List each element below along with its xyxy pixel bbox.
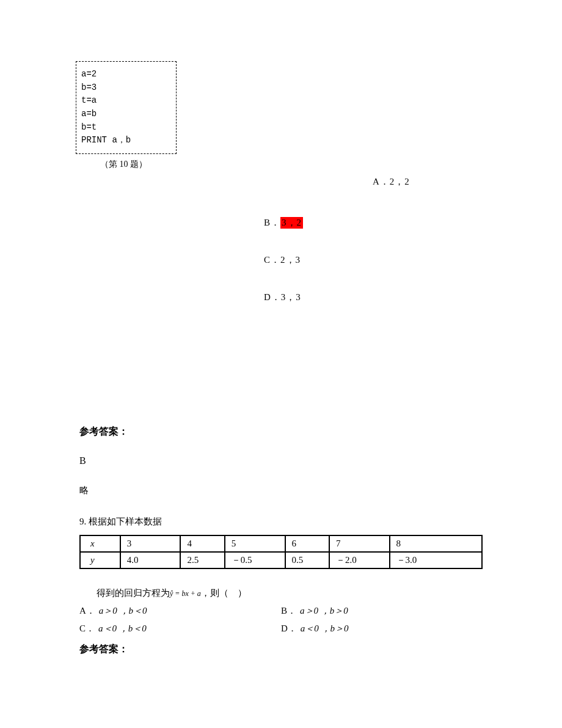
table-cell: 7 xyxy=(329,535,390,552)
option-label: D． xyxy=(281,623,297,634)
option-cond: a＜0 ，b＜0 xyxy=(98,623,147,634)
eq-prefix: 得到的回归方程为 xyxy=(97,588,170,598)
code-line: t=a xyxy=(81,94,171,108)
q9-table: x 3 4 5 6 7 8 y 4.0 2.5 －0.5 0.5 －2.0 －3… xyxy=(79,535,483,569)
q9-options: A． a＞0 ，b＜0 B． a＞0 ，b＞0 C． a＜0 ，b＜0 D． a… xyxy=(79,605,483,634)
option-value: 2，2 xyxy=(390,177,410,186)
option-label: C． xyxy=(264,255,280,265)
code-line: b=t xyxy=(81,121,171,134)
answer-skip: 略 xyxy=(79,485,483,496)
option-value: 3，3 xyxy=(281,292,301,302)
option-label: D． xyxy=(264,292,281,302)
eq-suffix: ，则（ ） xyxy=(201,588,247,598)
table-cell: 3 xyxy=(120,535,181,552)
eq: ŷ = bx + a xyxy=(170,589,201,598)
table-cell: 4.0 xyxy=(120,552,181,568)
q9-option-d: D． a＜0 ，b＞0 xyxy=(281,623,483,634)
option-value: 2，3 xyxy=(280,255,301,265)
code-line: b=3 xyxy=(81,81,171,95)
table-cell: －3.0 xyxy=(390,552,482,568)
option-cond: a＜0 ，b＞0 xyxy=(301,623,349,634)
option-label: B． xyxy=(264,218,280,227)
answer-label-2: 参考答案： xyxy=(79,643,483,656)
option-label: A． xyxy=(373,177,390,186)
table-cell: 6 xyxy=(285,535,329,552)
code-line: a=2 xyxy=(81,68,171,81)
option-label: A． xyxy=(79,605,95,617)
codebox-caption: （第 10 题） xyxy=(100,159,483,170)
q10-option-b: B．3，2 xyxy=(264,217,483,229)
table-cell: 8 xyxy=(390,535,482,552)
answer-value: B xyxy=(79,455,483,466)
answer-label: 参考答案： xyxy=(79,425,483,438)
q9-option-b: B． a＞0 ，b＞0 xyxy=(281,605,483,617)
q10-option-a: A．2，2 xyxy=(373,176,483,188)
table-cell: 5 xyxy=(225,535,285,552)
option-value-highlighted: 3，2 xyxy=(280,217,303,229)
option-cond: a＞0 ，b＞0 xyxy=(300,605,348,617)
code-box: a=2 b=3 t=a a=b b=t PRINT a，b xyxy=(76,61,177,154)
table-row: x 3 4 5 6 7 8 xyxy=(80,535,482,552)
code-line: a=b xyxy=(81,108,171,121)
code-line: PRINT a，b xyxy=(81,134,171,147)
q9-option-a: A． a＞0 ，b＜0 xyxy=(79,605,281,617)
q10-option-d: D．3，3 xyxy=(264,292,483,303)
table-header-x: x xyxy=(90,539,95,548)
option-cond: a＞0 ，b＜0 xyxy=(99,605,147,617)
table-cell: 4 xyxy=(180,535,224,552)
table-cell: 2.5 xyxy=(180,552,224,568)
q9-equation-line: 得到的回归方程为ŷ = bx + a，则（ ） xyxy=(79,587,483,599)
table-header-y: y xyxy=(90,555,95,565)
q10-option-c: C．2，3 xyxy=(264,254,483,266)
table-cell: －0.5 xyxy=(225,552,285,568)
table-cell: 0.5 xyxy=(285,552,329,568)
q9-prompt: 9. 根据如下样本数据 xyxy=(79,516,483,528)
q9-option-c: C． a＜0 ，b＜0 xyxy=(79,623,281,634)
option-label: B． xyxy=(281,605,296,617)
option-label: C． xyxy=(79,623,95,634)
table-row: y 4.0 2.5 －0.5 0.5 －2.0 －3.0 xyxy=(80,552,482,568)
table-cell: －2.0 xyxy=(329,552,390,568)
